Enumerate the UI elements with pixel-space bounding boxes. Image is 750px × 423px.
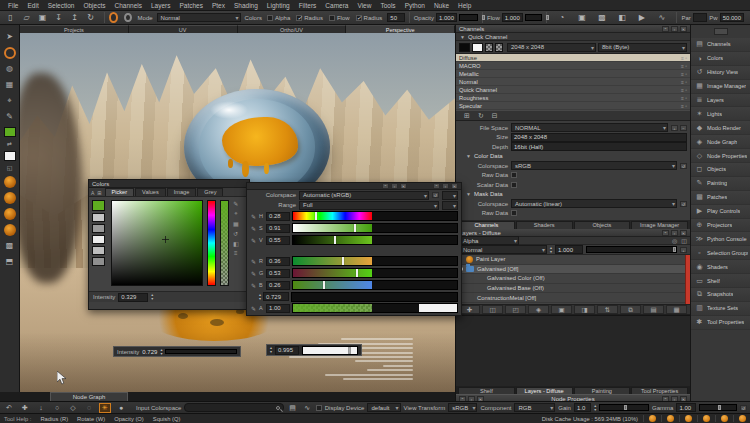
gamma-field[interactable]: 1.00	[676, 403, 695, 412]
pin-icon[interactable]: A	[91, 190, 94, 196]
status-indicator-icon[interactable]	[685, 415, 692, 422]
menu-item[interactable]: Edit	[23, 2, 42, 9]
opacity-slider[interactable]	[459, 14, 478, 21]
dropper-icon[interactable]: ✎	[250, 225, 257, 232]
input-colorspace-field[interactable]	[184, 403, 284, 412]
layer-action-icon[interactable]: ◫	[482, 305, 503, 314]
channel-size-dropdown[interactable]: 2048 x 2048	[507, 43, 596, 52]
slider-value-field[interactable]: 0.55	[266, 236, 290, 245]
bottom-tool-icon[interactable]: ↶	[3, 403, 15, 413]
intensity-stepper[interactable]: ▴▾	[151, 293, 153, 301]
slider-value-field[interactable]: 0.53	[266, 269, 290, 278]
layer-visibility-icon[interactable]: ◎	[672, 237, 677, 244]
channel-footer-icon[interactable]: ⊞	[464, 112, 470, 120]
palette-dock-item[interactable]: ◆ Modo Render	[691, 121, 750, 135]
mid-value-field[interactable]: 0.729	[263, 292, 289, 301]
toolbar-toggle[interactable]: Radius	[356, 15, 383, 21]
recent-color-swatch[interactable]	[92, 246, 105, 255]
palette-dock-item[interactable]: ✎ Painting	[691, 177, 750, 191]
channel-list-row[interactable]: Specular≡ ▫	[456, 102, 690, 110]
flow-slider[interactable]	[525, 14, 543, 21]
paint-target-button[interactable]	[109, 12, 118, 23]
radius-field[interactable]: 50	[387, 13, 404, 22]
palette-dock-item[interactable]: ≫ Python Console	[691, 232, 750, 246]
bottom-palette-tab[interactable]: Shelf	[458, 387, 515, 394]
palette-dock-item[interactable]: ▥ Texture Sets	[691, 302, 750, 316]
layer-action-icon[interactable]: ◰	[505, 305, 526, 314]
mask-colorspace-dropdown[interactable]: Automatic (linear)	[511, 199, 677, 208]
reset-view-button[interactable]: ↺	[740, 405, 747, 411]
layer-action-icon[interactable]: ◨	[574, 305, 595, 314]
layer-action-icon[interactable]: ✚	[459, 305, 480, 314]
channel-list-row[interactable]: Quick Channel≡ ▫	[456, 86, 690, 94]
eyedropper-icon[interactable]: ✎	[233, 200, 238, 207]
blend-amount-field[interactable]: 1.000	[555, 245, 583, 254]
dropper-icon[interactable]: ✎	[250, 305, 257, 312]
bottom-tool-icon[interactable]: ◇	[67, 403, 79, 413]
range-dropdown[interactable]: Full	[299, 201, 439, 210]
colorspace-sync-button[interactable]: ↺	[432, 192, 439, 198]
toolbar-file-icon[interactable]: ↥	[68, 12, 81, 23]
bottom-tool-icon[interactable]: ◌	[83, 403, 95, 413]
menu-item[interactable]: View	[353, 2, 375, 9]
floating-intensity-slider[interactable]	[165, 349, 237, 354]
viewport-tab[interactable]: UV	[129, 25, 238, 33]
menu-item[interactable]: Help	[454, 2, 475, 9]
shelf-brush-3[interactable]	[4, 208, 16, 220]
black-swatch[interactable]	[459, 43, 470, 52]
layer-row[interactable]: ConstructionMetal [Off]	[456, 293, 690, 303]
slider-track[interactable]	[292, 268, 458, 278]
viewport-tab[interactable]: Projects	[20, 25, 129, 33]
curve-icon[interactable]: ∿	[301, 403, 312, 413]
shelf-brush-2[interactable]	[4, 192, 16, 204]
toolbar-file-icon[interactable]: ▣	[36, 12, 49, 23]
dropper-icon[interactable]: ✎	[250, 282, 257, 289]
background-color-swatch[interactable]	[4, 151, 16, 161]
palette-tab[interactable]: Objects	[574, 221, 631, 229]
bottom-tool-icon[interactable]: ○	[51, 403, 63, 413]
channel-list-row[interactable]: Roughness≡ ▫	[456, 94, 690, 102]
palette-dock-item[interactable]: ◇ Node Properties	[691, 149, 750, 163]
color-managed-checkbox[interactable]	[316, 405, 322, 411]
menu-item[interactable]: Nuke	[430, 2, 453, 9]
hue-strip[interactable]	[207, 200, 216, 286]
gradient-icon[interactable]: ◧	[233, 240, 239, 247]
slider-track[interactable]	[292, 223, 458, 233]
range-mini-dropdown[interactable]	[442, 201, 458, 210]
bottom-tool-icon[interactable]: ↓	[35, 403, 47, 413]
palette-dock-item[interactable]: ▤ Channels	[691, 38, 750, 52]
toolbar-toggle[interactable]: Flow	[329, 15, 350, 21]
channel-list-row[interactable]: Normal≡ ▫	[456, 78, 690, 86]
menu-item[interactable]: Patches	[175, 2, 207, 9]
toolbar-toggle[interactable]: Radius	[296, 15, 323, 21]
palette-dock-item[interactable]: ≣ Layers	[691, 94, 750, 108]
menu-item[interactable]: Camera	[321, 2, 352, 9]
bottom-palette-tab[interactable]: Layers - Diffuse	[516, 387, 573, 394]
color-data-section[interactable]: Color Data	[456, 152, 690, 162]
menu-item[interactable]: Objects	[79, 2, 109, 9]
status-indicator-icon[interactable]	[649, 415, 656, 422]
paint-mode-dropdown[interactable]: Normal	[157, 13, 241, 22]
layer-action-icon[interactable]: ⧉	[620, 305, 641, 314]
patch-view-icon[interactable]: ▩	[3, 240, 16, 252]
checker-swatch[interactable]	[485, 43, 493, 52]
gain-slider[interactable]	[599, 404, 649, 411]
window-controls[interactable]: ⌃▫✕	[662, 230, 687, 236]
status-indicator-icon[interactable]	[703, 415, 710, 422]
menu-item[interactable]: File	[4, 2, 22, 9]
checker-swatch[interactable]	[495, 43, 503, 52]
status-indicator-icon[interactable]	[667, 415, 674, 422]
gamma-slider[interactable]	[699, 404, 737, 411]
reset-colors-icon[interactable]: ◱	[3, 165, 16, 172]
lut-file-icon[interactable]: ▤	[287, 403, 298, 413]
mask-data-section[interactable]: Mask Data	[456, 190, 690, 200]
shelf-brush-1[interactable]	[4, 176, 16, 188]
slider-track[interactable]	[292, 235, 458, 245]
menu-item[interactable]: Filters	[295, 2, 321, 9]
slider-track[interactable]	[292, 256, 458, 266]
menu-item[interactable]: Python	[401, 2, 429, 9]
aux-value-field[interactable]: 0.995	[275, 346, 299, 355]
palette-dock-item[interactable]: ↺ History View	[691, 66, 750, 80]
palette-dock-item[interactable]: ◻ Objects	[691, 163, 750, 177]
bottom-tool-icon[interactable]: ✚	[19, 403, 31, 413]
